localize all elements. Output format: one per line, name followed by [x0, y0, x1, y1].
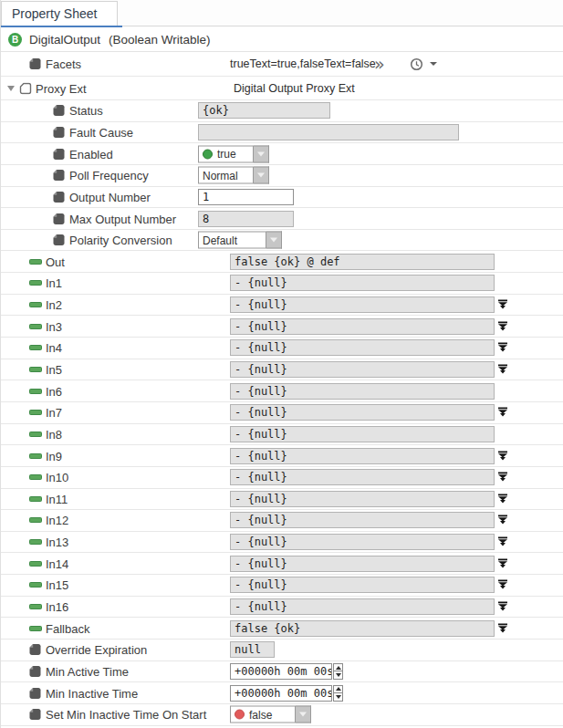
- link-icon: [29, 410, 42, 415]
- row-polarity-conversion: Polarity ConversionDefault: [1, 230, 563, 252]
- value-area-override-expiration: null: [230, 641, 275, 658]
- readonly-field-out: false {ok} @ def: [230, 254, 495, 270]
- readonly-field-in9: - {null}: [230, 448, 495, 464]
- dropdown-value-polarity-conversion: Default: [198, 232, 266, 249]
- property-label-in3: In3: [46, 319, 62, 333]
- double-chevron-down-icon[interactable]: [497, 321, 508, 332]
- field-text-in6: - {null}: [235, 385, 287, 398]
- row-in10: In10- {null}: [1, 467, 563, 489]
- double-chevron-down-icon[interactable]: [497, 601, 508, 612]
- value-area-min-inactive-time: +00000h 00m 00s: [230, 685, 343, 702]
- double-chevron-down-icon[interactable]: [497, 299, 508, 310]
- field-text-fallback: false {ok}: [235, 622, 300, 635]
- link-icon: [29, 302, 42, 307]
- property-label-status: Status: [69, 104, 103, 118]
- property-label-fallback: Fallback: [46, 621, 89, 635]
- row-in3: In3- {null}: [1, 316, 563, 338]
- property-icon: [29, 644, 41, 656]
- double-chevron-down-icon[interactable]: [497, 407, 508, 418]
- tab-property-sheet[interactable]: Property Sheet: [1, 1, 118, 26]
- value-area-output-number: 1: [198, 189, 294, 205]
- double-chevron-down-icon[interactable]: [497, 623, 508, 634]
- readonly-field-in5: - {null}: [230, 361, 495, 378]
- row-in12: In12- {null}: [1, 510, 563, 532]
- value-area-in12: - {null}: [230, 512, 495, 528]
- double-chevron-down-icon[interactable]: [497, 558, 508, 569]
- field-text-in4: - {null}: [235, 341, 287, 354]
- spinner-down-icon[interactable]: [333, 692, 343, 702]
- double-chevron-down-icon[interactable]: [497, 579, 508, 590]
- double-chevron-icon[interactable]: »: [374, 58, 385, 69]
- readonly-field-in15: - {null}: [230, 577, 495, 593]
- row-in7: In7- {null}: [1, 402, 563, 424]
- dropdown-text-set-min-inactive-time-on-start: false: [249, 708, 272, 721]
- input-field-min-active-time[interactable]: +00000h 00m 00s: [230, 663, 332, 680]
- dropdown-set-min-inactive-time-on-start[interactable]: false: [230, 706, 311, 723]
- dropdown-poll-frequency[interactable]: Normal: [198, 167, 269, 184]
- double-chevron-down-icon[interactable]: [497, 451, 508, 462]
- property-label-in7: In7: [46, 406, 62, 420]
- row-in8: In8- {null}: [1, 424, 563, 446]
- readonly-field-in12: - {null}: [230, 512, 495, 528]
- time-spinner-min-inactive-time[interactable]: [333, 685, 343, 702]
- value-area-in15: - {null}: [230, 577, 495, 593]
- value-area-in10: - {null}: [230, 469, 495, 485]
- readonly-field-fault-cause: [198, 124, 459, 140]
- double-chevron-down-icon[interactable]: [497, 472, 508, 483]
- property-icon: [53, 191, 65, 203]
- property-label-in2: In2: [46, 298, 62, 312]
- property-icon: [53, 234, 65, 246]
- property-label-out: Out: [46, 255, 65, 268]
- readonly-field-in2: - {null}: [230, 296, 495, 313]
- value-area-status: {ok}: [198, 102, 330, 119]
- dropdown-enabled[interactable]: true: [198, 145, 269, 162]
- tab-bar: Property Sheet: [1, 0, 563, 27]
- input-field-output-number[interactable]: 1: [198, 189, 294, 205]
- double-chevron-down-icon[interactable]: [497, 364, 508, 375]
- field-text-min-inactive-time: +00000h 00m 00s: [235, 687, 332, 700]
- field-text-in2: - {null}: [235, 298, 287, 311]
- double-chevron-down-icon[interactable]: [497, 536, 508, 547]
- row-max-output-number: Max Output Number8: [1, 208, 563, 230]
- dropdown-text-polarity-conversion: Default: [203, 234, 237, 246]
- value-area-in11: - {null}: [230, 491, 495, 507]
- double-chevron-down-icon[interactable]: [497, 515, 508, 525]
- link-icon: [29, 432, 42, 437]
- property-label-in13: In13: [46, 536, 68, 549]
- spinner-down-icon[interactable]: [333, 671, 343, 680]
- value-area-in8: - {null}: [230, 426, 495, 442]
- clock-icon[interactable]: [410, 57, 437, 71]
- time-spinner-min-active-time[interactable]: [333, 663, 343, 680]
- double-chevron-down-icon[interactable]: [497, 342, 508, 353]
- property-label-proxy-ext: Proxy Ext: [36, 81, 87, 95]
- value-area-in9: - {null}: [230, 448, 495, 464]
- value-area-set-min-inactive-time-on-start: false: [230, 706, 311, 723]
- double-chevron-down-icon[interactable]: [497, 494, 508, 504]
- expander-triangle-icon[interactable]: [7, 86, 15, 91]
- component-name: DigitalOutput: [29, 33, 100, 47]
- value-text-proxy-ext: Digital Output Proxy Ext: [234, 82, 355, 95]
- dropdown-polarity-conversion[interactable]: Default: [198, 232, 282, 249]
- row-facets: FacetstrueText=true,falseText=false»: [1, 52, 563, 77]
- row-fault-cause: Fault Cause: [1, 122, 563, 144]
- readonly-field-in11: - {null}: [230, 491, 495, 507]
- dropdown-arrow-button[interactable]: [254, 167, 269, 184]
- readonly-field-in6: - {null}: [230, 383, 495, 400]
- property-label-in8: In8: [46, 427, 62, 441]
- dropdown-arrow-button[interactable]: [296, 706, 311, 723]
- dropdown-arrow-button[interactable]: [254, 145, 269, 162]
- dropdown-arrow-button[interactable]: [266, 232, 282, 249]
- row-in16: In16- {null}: [1, 597, 563, 619]
- value-area-fallback: false {ok}: [230, 620, 495, 637]
- readonly-field-in4: - {null}: [230, 339, 495, 356]
- property-label-min-inactive-time: Min Inactive Time: [46, 686, 138, 700]
- property-label-facets: Facets: [46, 57, 81, 71]
- property-label-in11: In11: [46, 492, 68, 505]
- row-in5: In5- {null}: [1, 359, 563, 381]
- readonly-field-fallback: false {ok}: [230, 620, 495, 637]
- input-field-min-inactive-time[interactable]: +00000h 00m 00s: [230, 685, 332, 702]
- readonly-field-override-expiration: null: [230, 641, 275, 658]
- link-icon: [29, 474, 42, 480]
- link-icon: [29, 259, 42, 265]
- readonly-field-in13: - {null}: [230, 534, 495, 550]
